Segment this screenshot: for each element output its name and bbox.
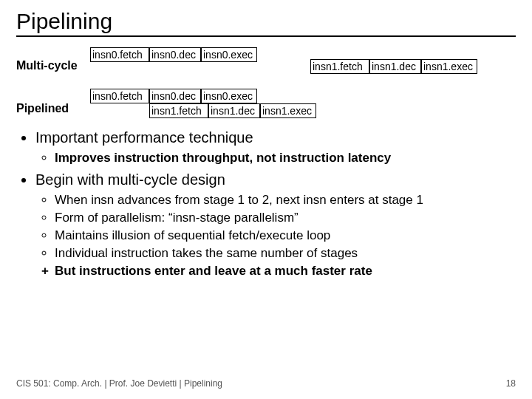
pipelined-label: Pipelined [16, 102, 69, 115]
bullet-text: Important performance technique [35, 129, 253, 146]
stage-cell: insn0.exec [201, 47, 257, 62]
stage-cell: insn1.exec [421, 59, 477, 74]
sub-bullet: Improves instruction throughput, not ins… [55, 150, 516, 166]
sub-bullet: Maintains illusion of sequential fetch/e… [55, 228, 516, 244]
stage-cell: insn1.dec [369, 59, 421, 74]
sub-bullet: When insn advances from stage 1 to 2, ne… [55, 192, 516, 208]
sub-bullet: Form of parallelism: “insn-stage paralle… [55, 210, 516, 226]
stage-cell: insn1.fetch [149, 103, 208, 118]
pipelined-diagram: Pipelined insn0.fetchinsn0.decinsn0.exec… [16, 89, 516, 118]
footer-left: CIS 501: Comp. Arch. | Prof. Joe Deviett… [16, 378, 222, 389]
stage-cell: insn0.dec [149, 89, 201, 103]
bullet: Important performance technique Improves… [35, 129, 516, 166]
multicycle-label: Multi-cycle [16, 59, 78, 72]
stage-cell: insn1.exec [260, 103, 316, 118]
footer: CIS 501: Comp. Arch. | Prof. Joe Deviett… [16, 378, 516, 389]
bullet-list: Important performance technique Improves… [22, 129, 516, 280]
slide-title: Pipelining [16, 9, 516, 34]
sub-bullet-plus: But instructions enter and leave at a mu… [55, 263, 516, 279]
stage-cell: insn0.exec [201, 89, 257, 103]
sub-bullet: Individual instruction takes the same nu… [55, 245, 516, 262]
stage-cell: insn0.dec [149, 47, 201, 62]
title-underline [16, 35, 516, 37]
stage-cell: insn1.fetch [310, 59, 369, 74]
stage-cell: insn0.fetch [90, 89, 149, 103]
stage-cell: insn0.fetch [90, 47, 149, 62]
slide: Pipelining Multi-cycle insn0.fetchinsn0.… [0, 0, 532, 280]
multicycle-diagram: Multi-cycle insn0.fetchinsn0.decinsn0.ex… [16, 47, 516, 81]
bullet: Begin with multi-cycle design When insn … [35, 171, 516, 279]
page-number: 18 [506, 378, 516, 389]
stage-cell: insn1.dec [208, 103, 260, 118]
bullet-text: Begin with multi-cycle design [35, 171, 225, 188]
